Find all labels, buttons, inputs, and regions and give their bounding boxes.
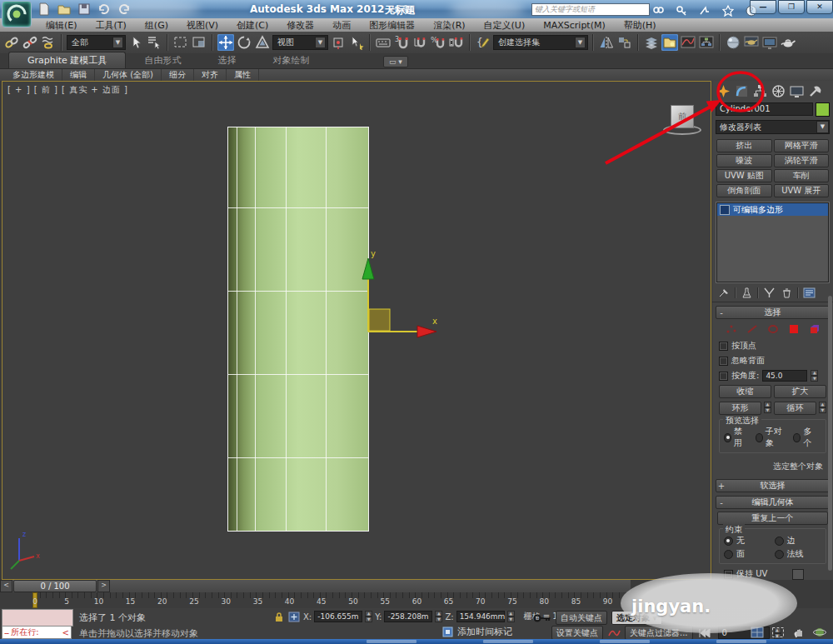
cylinder-object[interactable]	[227, 127, 369, 532]
preserve-uv-settings-button[interactable]	[792, 569, 804, 580]
angle-snap-toggle-icon[interactable]	[412, 34, 428, 51]
spinner-snap-toggle-icon[interactable]	[448, 34, 465, 51]
maximize-viewport-toggle-icon[interactable]	[771, 626, 786, 638]
select-object-icon[interactable]	[127, 34, 144, 51]
x-spinner[interactable]: ▲▼	[365, 611, 372, 622]
open-file-icon[interactable]	[57, 2, 72, 17]
ring-button[interactable]: 环形	[719, 402, 761, 415]
reference-coordinate-dropdown[interactable]: 视图▼	[272, 35, 328, 50]
repeat-last-button[interactable]: 重复上一个	[717, 512, 828, 525]
stack-item-editable-poly[interactable]: 可编辑多边形	[717, 203, 828, 216]
chevron-down-icon[interactable]: ▼	[112, 37, 123, 48]
loop-button[interactable]: 循环	[774, 402, 816, 415]
modifier-button[interactable]: UVW 展开	[774, 184, 830, 197]
constraint-radio[interactable]	[724, 550, 733, 559]
viewcube[interactable]: 前	[663, 103, 701, 137]
menu-item[interactable]: 自定义(U)	[475, 19, 535, 32]
ribbon-minimize-toggle[interactable]: ▭ ▾	[383, 56, 408, 67]
time-slider-handle[interactable]: 0 / 100	[13, 580, 97, 592]
menu-item[interactable]: 帮助(H)	[615, 19, 666, 32]
shrink-button[interactable]: 收缩	[719, 385, 771, 398]
schematic-view-icon[interactable]	[698, 34, 715, 51]
material-editor-icon[interactable]	[725, 34, 741, 51]
remove-modifier-icon[interactable]	[780, 287, 794, 299]
menu-item[interactable]: 视图(V)	[177, 19, 227, 32]
modifier-button[interactable]: 挤出	[716, 139, 772, 152]
preview-option-radio[interactable]	[793, 433, 801, 442]
by-angle-field[interactable]: 45.0	[762, 370, 807, 382]
taskbar-item[interactable]	[716, 640, 766, 643]
ignore-backfacing-checkbox[interactable]	[719, 357, 728, 366]
by-vertex-checkbox[interactable]	[719, 342, 728, 351]
ribbon-tab[interactable]: 自由形式	[126, 52, 199, 68]
x-coordinate-field[interactable]: -106.655m	[314, 611, 362, 622]
command-panel-scrollbar[interactable]	[828, 296, 832, 571]
z-spinner[interactable]: ▲▼	[507, 611, 515, 622]
constraint-radio[interactable]	[775, 550, 784, 559]
modifier-button[interactable]: UVW 贴图	[716, 169, 772, 182]
element-subobject-icon[interactable]	[808, 323, 821, 335]
chevron-down-icon[interactable]: ▼	[816, 121, 829, 133]
constraint-radio[interactable]	[775, 537, 784, 546]
menu-item[interactable]: 动画	[323, 19, 360, 32]
window-crossing-toggle-icon[interactable]	[191, 34, 207, 51]
next-frame-button[interactable]: >	[97, 580, 110, 592]
ribbon-tab[interactable]: Graphite 建模工具	[8, 52, 126, 68]
select-and-link-icon[interactable]	[3, 34, 20, 51]
soft-selection-rollout-header[interactable]: + 软选择	[716, 479, 830, 492]
menu-item[interactable]: 创建(C)	[227, 19, 277, 32]
help-search-input[interactable]: 键入关键字或短语	[531, 3, 650, 16]
curve-editor-icon[interactable]	[680, 34, 696, 51]
align-icon[interactable]	[616, 34, 633, 51]
rendered-frame-window-icon[interactable]	[761, 34, 778, 51]
key-icon[interactable]	[673, 2, 690, 19]
z-coordinate-field[interactable]: 154.946mm	[456, 611, 505, 622]
script-listener-pane[interactable]: -- 所在行: <	[2, 626, 72, 639]
select-by-name-icon[interactable]	[146, 34, 162, 51]
new-scene-icon[interactable]	[37, 2, 52, 17]
ring-spinner[interactable]: ▲▼	[764, 402, 771, 413]
pin-stack-icon[interactable]	[717, 287, 731, 299]
polygon-subobject-icon[interactable]	[787, 323, 801, 335]
layer-manager-icon[interactable]	[643, 34, 660, 51]
menu-item[interactable]: 修改器	[277, 19, 323, 32]
show-end-result-icon[interactable]	[740, 287, 754, 299]
percent-snap-toggle-icon[interactable]: %	[430, 34, 446, 51]
menu-item[interactable]: 组(G)	[136, 19, 177, 32]
track-bar[interactable]: 051015202530354045505560657075808590	[0, 592, 631, 608]
select-and-move-icon[interactable]	[217, 34, 234, 51]
keyboard-shortcut-override-icon[interactable]	[375, 34, 392, 51]
selection-rollout-header[interactable]: - 选择	[716, 306, 830, 319]
vertex-subobject-icon[interactable]	[725, 323, 738, 335]
modifier-button[interactable]: 涡轮平滑	[774, 154, 830, 167]
windows-taskbar[interactable]	[0, 639, 833, 644]
taskbar-item[interactable]	[367, 640, 416, 643]
grow-button[interactable]: 扩大	[774, 385, 826, 398]
chevron-down-icon[interactable]: ▼	[575, 37, 586, 48]
hierarchy-tab-icon[interactable]	[752, 83, 768, 99]
save-file-icon[interactable]	[77, 2, 92, 17]
bind-to-space-warp-icon[interactable]	[40, 34, 57, 51]
constraint-radio[interactable]	[724, 537, 733, 546]
ribbon-panel-label[interactable]: 对齐	[194, 69, 227, 81]
ribbon-tab[interactable]: 选择	[199, 52, 254, 68]
menu-item[interactable]: 渲染(R)	[424, 19, 474, 32]
render-setup-icon[interactable]	[743, 34, 760, 51]
modifier-button[interactable]: 车削	[774, 169, 830, 182]
add-time-tag[interactable]: 添加时间标记	[457, 626, 512, 638]
modifier-list-dropdown[interactable]: 修改器列表 ▼	[716, 120, 830, 134]
y-spinner[interactable]: ▲▼	[435, 611, 442, 622]
favorites-star-icon[interactable]	[720, 2, 736, 19]
application-menu-button[interactable]	[2, 1, 32, 27]
preview-option-radio[interactable]	[724, 433, 731, 442]
y-coordinate-field[interactable]: -258.208m	[384, 611, 432, 622]
close-button[interactable]: ✕	[806, 0, 833, 14]
taskbar-item[interactable]	[483, 640, 533, 643]
redo-icon[interactable]	[117, 2, 132, 17]
selection-filter-dropdown[interactable]: 全部▼	[67, 35, 126, 50]
selection-lock-icon[interactable]	[273, 611, 285, 622]
named-selection-set-dropdown[interactable]: 创建选择集▼	[493, 35, 588, 50]
select-and-scale-icon[interactable]	[254, 34, 271, 51]
ribbon-panel-label[interactable]: 属性	[227, 69, 259, 81]
set-key-button[interactable]: 设置关键点	[551, 626, 603, 640]
